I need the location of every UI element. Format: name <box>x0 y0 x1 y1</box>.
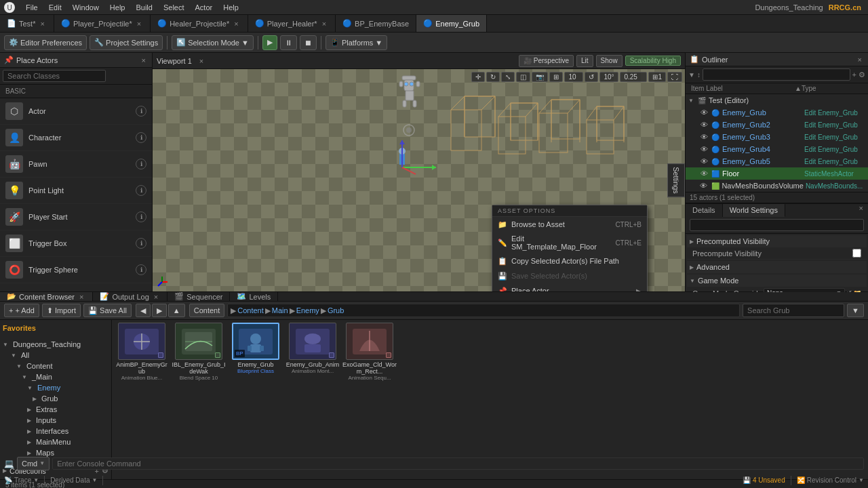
surface-snapping[interactable]: ◫ <box>516 72 530 82</box>
tree-item-extras[interactable]: Extras <box>3 404 108 415</box>
precomputed-vis-header[interactable]: ▶ Precomputed Visibility <box>687 235 867 247</box>
outliner-search-input[interactable] <box>703 68 850 81</box>
menu-help2[interactable]: Help <box>218 2 244 13</box>
actor-info-playerstart[interactable]: ℹ <box>136 211 146 222</box>
editor-prefs-button[interactable]: ⚙️ Editor Preferences <box>4 35 87 50</box>
console-input[interactable] <box>52 458 864 470</box>
outliner-item-navmesh[interactable]: 👁 🟩 NavMeshBoundsVolume NavMeshBounds... <box>686 180 868 192</box>
settings-button[interactable]: Settings <box>667 163 685 197</box>
tab-content-browser[interactable]: 📂 Content Browser × <box>0 292 93 301</box>
asset-item-enemy-grub-anim[interactable]: Enemy_Grub_Anim Animation Mont... <box>285 323 340 381</box>
scalability-badge[interactable]: Scalability High <box>625 56 681 66</box>
menu-actor[interactable]: Actor <box>190 2 218 13</box>
eye-icon-grub2[interactable]: 👁 <box>699 120 709 129</box>
tab-healer-projectile[interactable]: 🔵 Healer_Projectile* × <box>151 15 248 32</box>
cb-up-button[interactable]: ▲ <box>168 304 185 317</box>
actor-item-pawn[interactable]: 🤖 Pawn ℹ <box>0 151 152 178</box>
perspective-button[interactable]: 🎥 Perspective <box>519 55 574 67</box>
rotation-snap[interactable]: ↺ <box>585 72 598 82</box>
show-button[interactable]: Show <box>596 55 623 67</box>
translate-button[interactable]: ✛ <box>471 72 485 82</box>
cb-all-button[interactable]: Content <box>189 304 225 317</box>
tree-item-all[interactable]: All <box>3 350 108 361</box>
asset-item-animbp[interactable]: AnimBP_EnemyGrub Animation Blue... <box>115 323 169 381</box>
tab-ph-close[interactable]: × <box>320 20 328 28</box>
rotation-val[interactable]: 10° <box>599 72 618 82</box>
cb-back-button[interactable]: ◀ <box>136 304 151 317</box>
tab-test-close[interactable]: × <box>38 20 46 28</box>
menu-file[interactable]: File <box>20 2 43 13</box>
outliner-item-floor[interactable]: 👁 🟦 Floor StaticMeshActor <box>686 167 868 180</box>
project-settings-button[interactable]: 🔧 Project Settings <box>90 35 163 50</box>
outliner-item-enemy-grub5[interactable]: 👁 🔵 Enemy_Grub5 Edit Enemy_Grub <box>686 155 868 167</box>
tab-output-log[interactable]: 📝 Output Log × <box>93 292 167 301</box>
tree-item-main[interactable]: _Main <box>3 371 108 382</box>
actor-item-pointlight[interactable]: 💡 Point Light ℹ <box>0 178 152 204</box>
actor-info-triggersphere[interactable]: ℹ <box>136 264 146 275</box>
cb-save-all-button[interactable]: 💾 Save All <box>83 304 132 317</box>
viewport-close[interactable]: × <box>197 57 205 65</box>
path-grub[interactable]: Grub <box>328 306 344 314</box>
menu-help[interactable]: Help <box>104 2 131 13</box>
menu-build[interactable]: Build <box>130 2 157 13</box>
tree-item-inputs[interactable]: Inputs <box>3 415 108 426</box>
eye-icon-grub5[interactable]: 👁 <box>699 157 709 166</box>
ctx-edit-sm[interactable]: ✏️ Edit SM_Template_Map_Floor CTRL+E <box>492 232 647 253</box>
tab-pp-close[interactable]: × <box>135 20 143 28</box>
details-tab-details[interactable]: Details <box>686 204 723 217</box>
eye-icon-grub4[interactable]: 👁 <box>699 144 709 154</box>
place-actors-search[interactable] <box>3 70 106 82</box>
place-actors-close[interactable]: × <box>140 56 148 64</box>
eye-icon-floor[interactable]: 👁 <box>699 169 709 178</box>
tab-test[interactable]: 📄 Test* × <box>0 15 54 32</box>
output-log-close[interactable]: × <box>152 293 160 301</box>
precomputed-vis-checkbox[interactable] <box>852 249 861 258</box>
grid-size[interactable]: 10 <box>564 72 583 82</box>
actor-item-triggersphere[interactable]: ⭕ Trigger Sphere ℹ <box>0 257 152 283</box>
eye-icon-grub1[interactable]: 👁 <box>699 108 709 117</box>
asset-item-ibl[interactable]: IBL_Enemy_Grub_IdeWak Blend Space 10 <box>172 323 226 381</box>
actor-info-pawn[interactable]: ℹ <box>136 159 146 169</box>
tab-hp-close[interactable]: × <box>232 20 240 28</box>
outliner-item-test-editor[interactable]: ▼ 🎬 Test (Editor) <box>686 94 868 106</box>
ctx-place-actor[interactable]: 📌 Place Actor ▶ <box>492 283 647 291</box>
outliner-item-enemy-grub1[interactable]: 👁 🔵 Enemy_Grub Edit Enemy_Grub <box>686 106 868 119</box>
tab-sequencer[interactable]: 🎬 Sequencer <box>167 292 230 301</box>
actor-item-character[interactable]: 👤 Character ℹ <box>0 125 152 151</box>
outliner-settings-icon[interactable]: ⚙ <box>859 70 865 79</box>
status-derived-data[interactable]: Derived Data ▼ <box>50 476 97 484</box>
eye-icon-grub3[interactable]: 👁 <box>699 132 709 142</box>
viewport-3d[interactable]: ✛ ↻ ⤡ ◫ 📷 ⊞ 10 ↺ 10° 0.25 ⊞1 ⛶ ASSET OPT… <box>153 69 685 291</box>
cmd-selector[interactable]: Cmd ▼ <box>17 457 50 470</box>
asset-item-enemy-grub[interactable]: BP Enemy_Grub Blueprint Class <box>229 323 283 381</box>
lit-button[interactable]: Lit <box>576 55 593 67</box>
actor-info-character[interactable]: ℹ <box>136 132 146 143</box>
selection-mode-button[interactable]: ↖️ Selection Mode ▼ <box>172 35 254 50</box>
status-unsaved[interactable]: 💾 4 Unsaved <box>743 476 785 484</box>
eye-icon-navmesh[interactable]: 👁 <box>699 181 709 190</box>
actor-item-triggerbox[interactable]: ⬜ Trigger Box ℹ <box>0 230 152 257</box>
details-close[interactable]: × <box>857 204 865 217</box>
viewport-size[interactable]: ⊞1 <box>648 72 666 82</box>
outliner-item-enemy-grub4[interactable]: 👁 🔵 Enemy_Grub4 Edit Enemy_Grub <box>686 143 868 155</box>
tree-item-dungeons[interactable]: Dungeons_Teaching <box>3 339 108 350</box>
ctx-copy-path[interactable]: 📋 Copy Selected Actor(s) File Path <box>492 253 647 268</box>
pause-button[interactable]: ⏸ <box>280 35 297 50</box>
advanced-header[interactable]: ▶ Advanced <box>687 261 867 273</box>
stop-button[interactable]: ⏹ <box>300 35 317 50</box>
scale-button[interactable]: ⤡ <box>501 72 515 82</box>
tree-item-mainmenu[interactable]: MainMenu <box>3 436 108 447</box>
outliner-item-enemy-grub3[interactable]: 👁 🔵 Enemy_Grub3 Edit Enemy_Grub <box>686 131 868 143</box>
cb-forward-button[interactable]: ▶ <box>152 304 167 317</box>
tab-bp-enemy-base[interactable]: 🔵 BP_EnemyBase <box>336 15 416 32</box>
play-button[interactable]: ▶ <box>262 35 277 50</box>
ctx-browse-asset[interactable]: 📁 Browse to Asset CTRL+B <box>492 217 647 232</box>
cb-filter-button[interactable]: ▼ <box>847 304 864 317</box>
asset-item-exogame[interactable]: ExoGame_Cld_Worm_Rect... Animation Sequ.… <box>342 323 397 381</box>
menu-select[interactable]: Select <box>158 2 190 13</box>
details-tab-world[interactable]: World Settings <box>723 204 785 217</box>
path-main[interactable]: Main <box>272 306 288 314</box>
details-search-input[interactable] <box>690 219 864 231</box>
outliner-close[interactable]: × <box>856 56 864 64</box>
actor-info-triggerbox[interactable]: ℹ <box>136 238 146 249</box>
